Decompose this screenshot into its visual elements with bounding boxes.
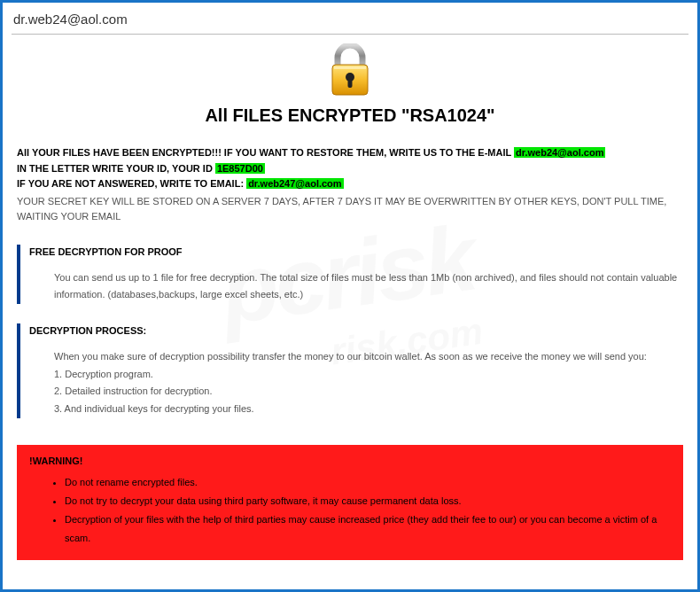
warning-item: Decryption of your files with the help o… — [65, 510, 671, 548]
email-highlight-2: dr.web247@aol.com — [246, 178, 344, 189]
warning-list: Do not rename encrypted files. Do not tr… — [29, 473, 671, 548]
process-step: 2. Detailed instruction for decryption. — [54, 383, 683, 401]
warning-title: !WARNING! — [29, 456, 671, 466]
block-title: DECRYPTION PROCESS: — [29, 323, 683, 339]
block-title: FREE DECRYPTION FOR PROOF — [29, 245, 683, 261]
block-body: When you make sure of decryption possibi… — [29, 348, 683, 418]
intro-line-2: IN THE LETTER WRITE YOUR ID, YOUR ID 1E8… — [17, 161, 683, 177]
decryption-process-block: DECRYPTION PROCESS: When you make sure o… — [17, 323, 683, 418]
svg-rect-3 — [334, 66, 366, 69]
window-content: dr.web24@aol.com — [3, 3, 697, 560]
intro-line-3: IF YOU ARE NOT ANSWERED, WRITE TO EMAIL:… — [17, 176, 683, 192]
process-step: 1. Decryption program. — [54, 366, 683, 384]
warning-item: Do not try to decrypt your data using th… — [65, 492, 671, 510]
body-section: All YOUR FILES HAVE BEEN ENCRYPTED!!! IF… — [3, 131, 697, 418]
block-body: You can send us up to 1 file for free de… — [29, 269, 683, 305]
warning-item: Do not rename encrypted files. — [65, 473, 671, 492]
lock-icon — [325, 43, 375, 100]
hero-section: All FILES ENCRYPTED "RSA1024" — [3, 35, 697, 131]
process-step: 3. And individual keys for decrypting yo… — [54, 401, 683, 418]
id-highlight: 1E857D00 — [215, 163, 265, 174]
intro-line-1: All YOUR FILES HAVE BEEN ENCRYPTED!!! IF… — [17, 145, 683, 161]
svg-rect-2 — [348, 79, 353, 88]
window-title: dr.web24@aol.com — [3, 3, 697, 34]
intro-line-4: YOUR SECRET KEY WILL BE STORED ON A SERV… — [17, 194, 683, 225]
process-intro: When you make sure of decryption possibi… — [54, 348, 683, 366]
free-decryption-block: FREE DECRYPTION FOR PROOF You can send u… — [17, 245, 683, 304]
warning-box: !WARNING! Do not rename encrypted files.… — [17, 445, 683, 560]
email-highlight-1: dr.web24@aol.com — [514, 147, 605, 158]
headline: All FILES ENCRYPTED "RSA1024" — [3, 105, 697, 126]
